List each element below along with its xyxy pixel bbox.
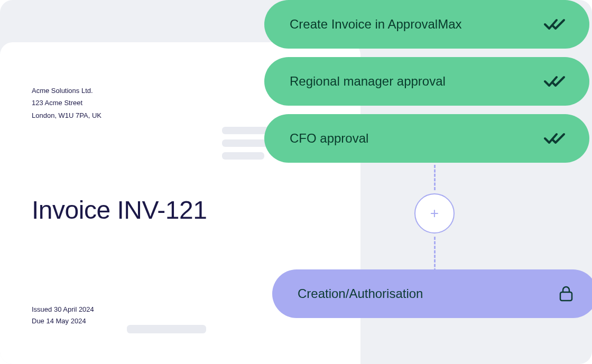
plus-icon: + bbox=[430, 206, 439, 221]
double-check-icon bbox=[544, 132, 565, 145]
workflow-step-regional[interactable]: Regional manager approval bbox=[264, 57, 589, 106]
invoice-title: Invoice INV-121 bbox=[32, 195, 329, 225]
double-check-icon bbox=[544, 18, 565, 31]
step-label: Creation/Authorisation bbox=[298, 286, 423, 301]
app-canvas: Acme Solutions Ltd. 123 Acme Street Lond… bbox=[0, 0, 592, 364]
step-label: Regional manager approval bbox=[290, 74, 446, 89]
workflow-step-create[interactable]: Create Invoice in ApprovalMax bbox=[264, 0, 589, 49]
skeleton-line bbox=[222, 152, 264, 160]
add-step-button[interactable]: + bbox=[414, 193, 455, 234]
workflow-step-cfo[interactable]: CFO approval bbox=[264, 114, 589, 163]
workflow-steps: Create Invoice in ApprovalMax Regional m… bbox=[264, 0, 592, 171]
workflow-final-step: Creation/Authorisation bbox=[272, 269, 589, 326]
lock-icon bbox=[559, 286, 573, 302]
step-label: Create Invoice in ApprovalMax bbox=[290, 17, 462, 32]
workflow-step-final[interactable]: Creation/Authorisation bbox=[272, 269, 592, 318]
double-check-icon bbox=[544, 75, 565, 88]
dashed-line bbox=[434, 237, 436, 272]
skeleton-line bbox=[127, 325, 206, 333]
svg-rect-0 bbox=[560, 292, 572, 301]
dashed-line bbox=[434, 165, 436, 190]
step-label: CFO approval bbox=[290, 131, 368, 146]
